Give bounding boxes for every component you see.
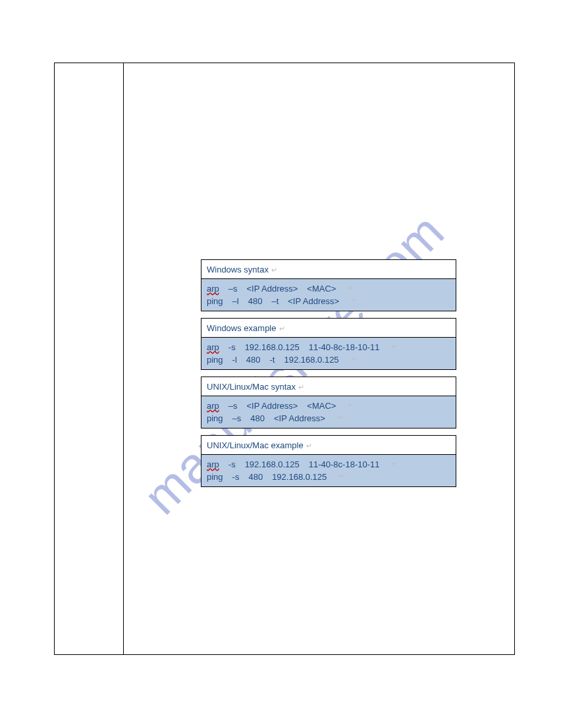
command-line: ping -l 480 -t 192.168.0.125 ↵ bbox=[207, 353, 450, 367]
code-cell: arp -s 192.168.0.125 11-40-8c-18-10-11 ↵… bbox=[201, 455, 456, 487]
pilcrow-icon: ↵ bbox=[348, 353, 357, 367]
command-line: ping –s 480 <IP Address> ↵ bbox=[207, 412, 450, 425]
header-text: Windows syntax bbox=[207, 265, 269, 274]
pilcrow-icon: ↵ bbox=[345, 400, 354, 413]
table-header: UNIX/Linux/Mac example↵ bbox=[201, 436, 456, 455]
cmd-arg: 192.168.0.125 bbox=[245, 341, 300, 354]
cmd-arg: 192.168.0.125 bbox=[272, 471, 327, 484]
cmd-arg: <MAC> bbox=[307, 400, 336, 413]
cmd-arp: arp bbox=[207, 458, 219, 471]
command-line: arp -s 192.168.0.125 11-40-8c-18-10-11 ↵ bbox=[207, 458, 450, 471]
cmd-flag: –s bbox=[232, 412, 242, 425]
cmd-flag: –s bbox=[228, 282, 238, 296]
cmd-flag: –l bbox=[232, 295, 239, 308]
code-cell: arp –s <IP Address> <MAC> ↵ ping –l 480 … bbox=[201, 279, 456, 311]
cmd-flag: –s bbox=[228, 400, 238, 413]
command-line: arp –s <IP Address> <MAC> ↵ bbox=[207, 400, 450, 413]
column-divider bbox=[123, 63, 124, 655]
cmd-arg: <IP Address> bbox=[288, 295, 339, 308]
table-windows-example: Windows example↵ arp -s 192.168.0.125 11… bbox=[201, 318, 456, 370]
pilcrow-icon: ↵ bbox=[334, 412, 343, 425]
table-header: UNIX/Linux/Mac syntax↵ bbox=[201, 377, 456, 396]
command-line: arp –s <IP Address> <MAC> ↵ bbox=[207, 282, 450, 296]
pilcrow-icon: ↵ bbox=[388, 341, 397, 354]
pilcrow-icon: ↵ bbox=[336, 471, 344, 484]
pilcrow-icon: ↵ bbox=[345, 282, 354, 296]
cmd-arg: <IP Address> bbox=[247, 282, 298, 296]
cmd-flag: -l bbox=[232, 353, 237, 367]
syntax-tables: Windows syntax↵ arp –s <IP Address> <MAC… bbox=[201, 259, 456, 494]
cmd-flag: -s bbox=[228, 341, 236, 354]
cmd-ping: ping bbox=[207, 471, 223, 484]
cmd-arg: 480 bbox=[248, 295, 263, 308]
command-line: arp -s 192.168.0.125 11-40-8c-18-10-11 ↵ bbox=[207, 341, 450, 354]
cmd-arg: 480 bbox=[250, 412, 265, 425]
pilcrow-icon: ↵ bbox=[277, 325, 285, 332]
table-header: Windows example↵ bbox=[201, 319, 456, 338]
cmd-arg: 11-40-8c-18-10-11 bbox=[309, 341, 380, 354]
header-text: Windows example bbox=[207, 323, 277, 333]
cmd-ping: ping bbox=[207, 412, 223, 425]
pilcrow-icon: ↵ bbox=[348, 295, 357, 308]
pilcrow-icon: ↵ bbox=[388, 458, 397, 471]
table-header: Windows syntax↵ bbox=[201, 260, 456, 279]
table-unix-syntax: UNIX/Linux/Mac syntax↵ arp –s <IP Addres… bbox=[201, 377, 456, 429]
cmd-flag: -s bbox=[228, 458, 236, 471]
cmd-arp: arp bbox=[207, 400, 219, 413]
command-line: ping -s 480 192.168.0.125 ↵ bbox=[207, 471, 450, 484]
header-text: UNIX/Linux/Mac example bbox=[207, 440, 304, 450]
pilcrow-icon: ↵ bbox=[269, 266, 277, 274]
code-cell: arp –s <IP Address> <MAC> ↵ ping –s 480 … bbox=[201, 396, 456, 429]
cmd-arg: <MAC> bbox=[307, 282, 336, 296]
cmd-ping: ping bbox=[207, 295, 223, 308]
header-text: UNIX/Linux/Mac syntax bbox=[207, 382, 296, 392]
cmd-arg: <IP Address> bbox=[247, 400, 298, 413]
cmd-arp: arp bbox=[207, 341, 219, 354]
cmd-arg: 192.168.0.125 bbox=[245, 458, 300, 471]
cmd-arg: 480 bbox=[246, 353, 261, 367]
cmd-arg: 11-40-8c-18-10-11 bbox=[309, 458, 380, 471]
cmd-ping: ping bbox=[207, 353, 223, 367]
cmd-flag: -s bbox=[232, 471, 240, 484]
cmd-flag: –t bbox=[271, 295, 279, 308]
cmd-flag: -t bbox=[270, 353, 275, 367]
pilcrow-icon: ↵ bbox=[296, 383, 304, 391]
cmd-arg: 480 bbox=[248, 471, 263, 484]
pilcrow-icon: ↵ bbox=[304, 442, 312, 450]
command-line: ping –l 480 –t <IP Address> ↵ bbox=[207, 295, 450, 308]
table-unix-example: UNIX/Linux/Mac example↵ arp -s 192.168.0… bbox=[201, 435, 456, 487]
cmd-arg: 192.168.0.125 bbox=[284, 353, 338, 367]
table-windows-syntax: Windows syntax↵ arp –s <IP Address> <MAC… bbox=[201, 259, 456, 311]
cmd-arg: <IP Address> bbox=[274, 412, 325, 425]
cmd-arp: arp bbox=[207, 282, 219, 296]
code-cell: arp -s 192.168.0.125 11-40-8c-18-10-11 ↵… bbox=[201, 338, 456, 370]
